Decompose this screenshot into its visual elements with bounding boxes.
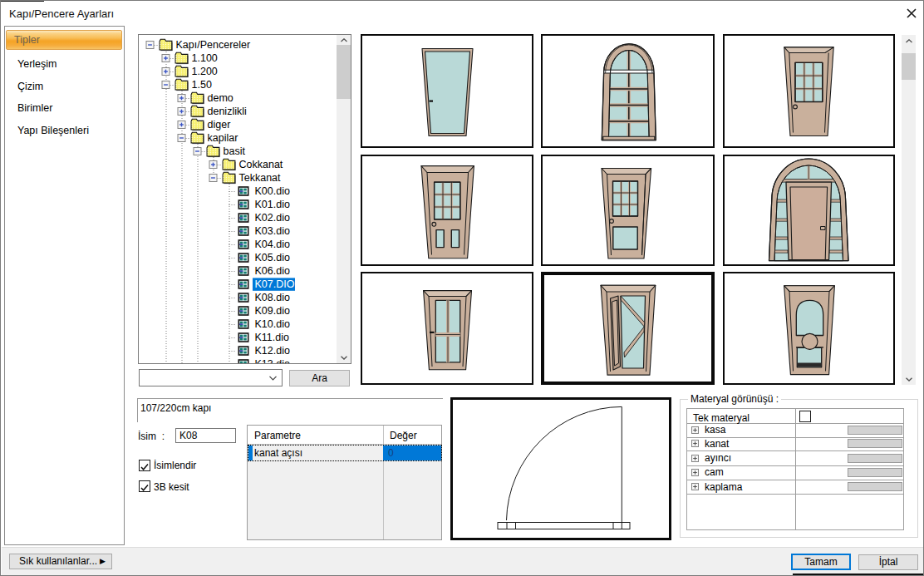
svg-text:diger: diger [208, 119, 231, 130]
svg-text:K05.dio: K05.dio [255, 252, 290, 263]
svg-text:K01.dio: K01.dio [255, 199, 290, 210]
svg-text:basit: basit [224, 145, 246, 157]
svg-text:K13.dio: K13.dio [255, 358, 290, 363]
svg-text:K03.dio: K03.dio [255, 225, 290, 237]
svg-text:Tekkanat: Tekkanat [239, 172, 282, 184]
svg-text:K00.dio: K00.dio [255, 185, 290, 197]
svg-text:denizlikli: denizlikli [208, 106, 247, 117]
svg-text:K04.dio: K04.dio [255, 239, 290, 250]
svg-text:Kapı/Pencereler: Kapı/Pencereler [176, 39, 251, 51]
svg-text:demo: demo [208, 92, 233, 104]
svg-text:1.100: 1.100 [192, 52, 218, 64]
svg-text:1.50: 1.50 [192, 79, 212, 91]
svg-text:K10.dio: K10.dio [255, 318, 290, 330]
svg-text:K11.dio: K11.dio [255, 332, 290, 343]
svg-text:K06.dio: K06.dio [255, 265, 290, 277]
svg-text:K09.dio: K09.dio [255, 305, 290, 317]
svg-text:K08.dio: K08.dio [255, 292, 290, 303]
svg-text:1.200: 1.200 [192, 66, 218, 77]
svg-text:kapilar: kapilar [208, 132, 238, 144]
svg-text:Cokkanat: Cokkanat [239, 159, 283, 170]
svg-text:K07.DIO: K07.DIO [255, 278, 295, 290]
svg-text:K12.dio: K12.dio [255, 345, 290, 357]
svg-text:K02.dio: K02.dio [255, 212, 290, 224]
